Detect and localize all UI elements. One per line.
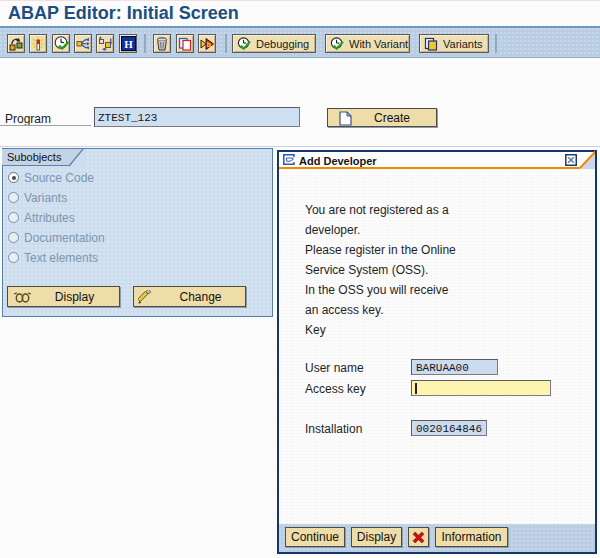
svg-text:b: b bbox=[206, 41, 210, 48]
svg-text:H: H bbox=[124, 38, 133, 50]
